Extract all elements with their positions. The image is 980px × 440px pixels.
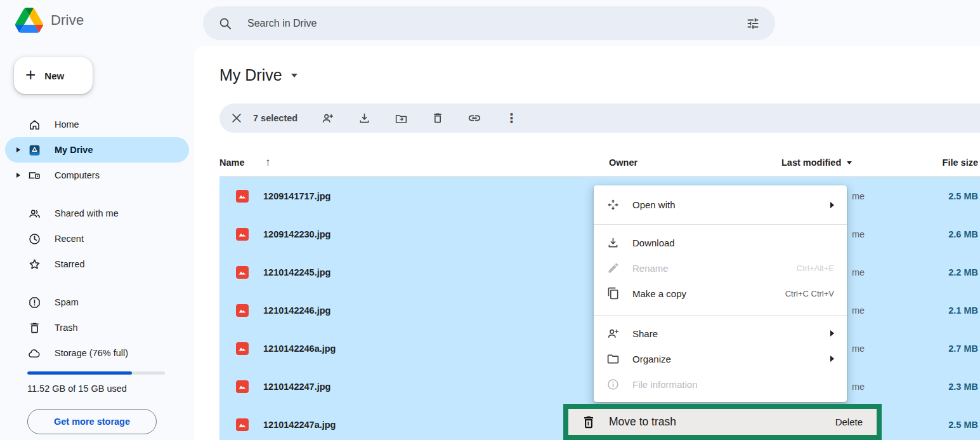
menu-item-label: Download: [632, 237, 675, 248]
file-name: 1210142245.jpg: [263, 267, 330, 277]
submenu-arrow-icon: [830, 356, 834, 362]
menu-item-open-with[interactable]: Open with: [594, 192, 847, 218]
sidebar-item-shared-with-me[interactable]: Shared with me: [5, 201, 189, 226]
file-name: 1209141717.jpg: [263, 191, 330, 201]
file-owner: me: [852, 382, 865, 392]
expand-caret-icon[interactable]: [16, 173, 20, 178]
spam-icon: [28, 296, 41, 309]
sort-ascending-icon[interactable]: ↑: [265, 156, 271, 169]
sidebar-item-label: Starred: [55, 259, 85, 269]
sidebar-item-starred[interactable]: Starred: [5, 251, 189, 277]
sidebar-item-spam[interactable]: Spam: [5, 290, 189, 315]
menu-item-file-information: File information: [594, 371, 847, 397]
image-file-icon: [236, 190, 249, 203]
sort-descending-icon: [847, 161, 852, 164]
file-owner: me: [852, 267, 865, 277]
trash-icon: [28, 321, 41, 335]
trash-icon[interactable]: [431, 111, 445, 125]
main-content: My Drive 7 selected: [194, 46, 980, 440]
new-button[interactable]: + New: [14, 57, 93, 94]
share-person-add-icon[interactable]: [320, 111, 334, 125]
file-name: 1210142247a.jpg: [263, 420, 336, 430]
file-owner: me: [852, 343, 865, 354]
clock-icon: [28, 232, 41, 246]
highlight-annotation-box: Move to trash Delete: [563, 404, 882, 440]
file-list-header: Name ↑ Owner Last modified File size: [219, 150, 980, 177]
column-header-label: Last modified: [781, 157, 841, 168]
menu-item-download[interactable]: Download: [594, 230, 847, 255]
menu-item-move-to-trash[interactable]: Move to trash Delete: [568, 409, 877, 435]
menu-item-shortcut: Ctrl+Alt+E: [797, 263, 834, 273]
file-owner: me: [852, 191, 865, 201]
file-name: 1210142247.jpg: [263, 382, 330, 392]
folder-icon: [606, 352, 620, 366]
file-owner: me: [852, 229, 865, 239]
menu-item-shortcut: Ctrl+C Ctrl+V: [785, 289, 834, 298]
app-name: Drive: [51, 12, 84, 29]
share-person-add-icon: [606, 327, 620, 340]
sidebar-item-label: Shared with me: [55, 208, 119, 218]
column-header-file-size[interactable]: File size: [943, 157, 978, 168]
search-input[interactable]: [247, 18, 746, 29]
sidebar-item-home[interactable]: Home: [5, 112, 189, 137]
menu-item-make-a-copy[interactable]: Make a copy Ctrl+C Ctrl+V: [594, 281, 847, 306]
more-options-icon[interactable]: ⋮: [504, 111, 518, 125]
download-icon: [606, 236, 620, 250]
close-icon[interactable]: [230, 111, 244, 125]
menu-item-label: Organize: [632, 354, 671, 364]
image-file-icon: [236, 266, 249, 279]
submenu-arrow-icon: [830, 202, 834, 208]
column-header-owner[interactable]: Owner: [609, 157, 637, 168]
sidebar-item-computers[interactable]: Computers: [5, 163, 189, 188]
get-more-storage-button[interactable]: Get more storage: [27, 409, 157, 434]
menu-item-label: Open with: [632, 199, 676, 210]
expand-caret-icon[interactable]: [16, 147, 20, 152]
my-drive-icon: [28, 143, 41, 157]
search-filters-icon[interactable]: [746, 17, 760, 30]
copy-icon: [606, 287, 620, 300]
column-header-name[interactable]: Name: [219, 157, 245, 168]
sidebar-item-recent[interactable]: Recent: [5, 226, 189, 251]
search-bar[interactable]: [203, 6, 775, 40]
image-file-icon: [236, 304, 249, 317]
sidebar-item-label: Home: [55, 119, 79, 130]
sidebar-item-label: Trash: [55, 323, 78, 333]
selection-count: 7 selected: [253, 113, 297, 123]
drive-logo[interactable]: Drive: [15, 8, 84, 33]
info-icon: [606, 378, 620, 391]
download-icon[interactable]: [357, 111, 371, 125]
sidebar-item-trash[interactable]: Trash: [5, 315, 189, 340]
sidebar-nav: Home My Drive: [0, 112, 194, 366]
file-size: 2.3 MB: [948, 382, 978, 392]
sidebar-item-storage[interactable]: Storage (76% full): [5, 340, 189, 366]
file-size: 2.5 MB: [948, 420, 978, 430]
menu-item-organize[interactable]: Organize: [594, 346, 847, 371]
menu-item-shortcut: Delete: [835, 417, 863, 427]
plus-icon: +: [25, 66, 36, 84]
move-to-folder-icon[interactable]: [394, 111, 408, 125]
cloud-icon: [28, 347, 41, 360]
google-drive-window: Drive + New Home: [0, 0, 980, 440]
page-title-label: My Drive: [219, 66, 282, 84]
selection-toolbar: 7 selected: [219, 103, 980, 133]
image-file-icon: [236, 342, 249, 355]
link-icon[interactable]: [467, 111, 481, 125]
column-header-last-modified[interactable]: Last modified: [781, 157, 852, 168]
menu-item-label: Rename: [632, 263, 669, 274]
storage-usage-text: 11.52 GB of 15 GB used: [27, 383, 127, 394]
search-icon: [218, 17, 232, 30]
menu-item-share[interactable]: Share: [594, 321, 847, 346]
menu-item-label: Move to trash: [609, 415, 676, 429]
submenu-arrow-icon: [830, 330, 834, 337]
file-owner: me: [852, 305, 865, 316]
pencil-icon: [606, 262, 620, 275]
file-size: 2.1 MB: [948, 305, 978, 316]
file-size: 2.6 MB: [948, 229, 978, 239]
sidebar-item-label: Computers: [55, 170, 100, 180]
sidebar-item-label: Recent: [55, 234, 84, 244]
sidebar-item-my-drive[interactable]: My Drive: [5, 137, 189, 163]
trash-icon: [581, 415, 596, 430]
file-size: 2.2 MB: [948, 267, 978, 277]
page-title[interactable]: My Drive: [219, 66, 297, 84]
menu-item-label: File information: [632, 379, 698, 390]
